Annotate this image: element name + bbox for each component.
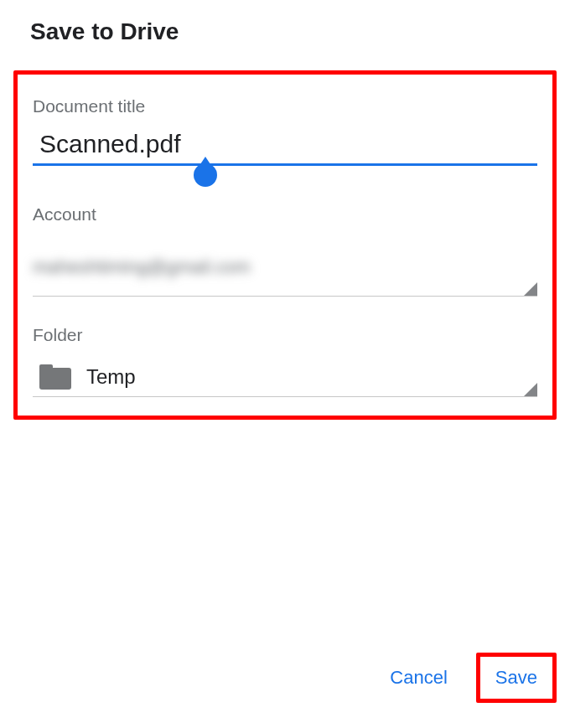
account-value: maheshtiming@gmail.com	[33, 250, 251, 278]
folder-icon	[39, 364, 71, 390]
dropdown-indicator-icon	[524, 383, 537, 396]
cancel-button[interactable]: Cancel	[383, 657, 453, 699]
text-cursor-handle-icon[interactable]	[194, 163, 217, 187]
folder-label: Folder	[33, 325, 537, 345]
document-title-input[interactable]	[33, 126, 537, 166]
document-title-label: Document title	[33, 96, 537, 116]
page-title: Save to Drive	[0, 0, 570, 45]
account-selector[interactable]: maheshtiming@gmail.com	[33, 250, 537, 297]
dropdown-indicator-icon	[524, 282, 537, 296]
account-label: Account	[33, 204, 537, 225]
form-highlight-box: Document title Account maheshtiming@gmai…	[13, 70, 557, 420]
folder-value: Temp	[86, 365, 136, 389]
footer-actions: Cancel Save	[383, 653, 557, 703]
save-highlight-box: Save	[476, 653, 557, 703]
document-title-field[interactable]	[33, 126, 537, 166]
save-button[interactable]: Save	[484, 660, 549, 695]
folder-selector[interactable]: Temp	[33, 357, 537, 397]
